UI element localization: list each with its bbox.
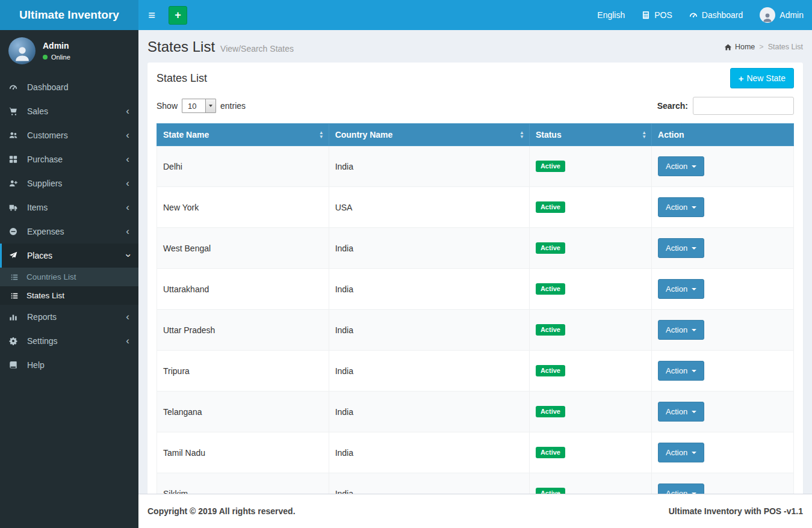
top-navbar: Ultimate Inventory ≡ + English POS Dashb… [0,0,812,30]
sort-icon: ▲ ▼ [519,130,524,139]
table-row: Uttarakhand India Active Action [157,269,794,310]
action-cell: Action [652,391,794,432]
sidebar-item-help[interactable]: Help [0,353,138,377]
country-name-cell: USA [329,187,529,228]
language-menu[interactable]: English [589,0,633,30]
status-cell: Active [529,187,651,228]
country-name-cell: India [329,351,529,391]
state-name-cell: Tamil Nadu [157,432,329,473]
truck-icon [9,203,23,212]
action-cell: Action [652,187,794,228]
new-state-label: New State [746,73,786,83]
pos-link[interactable]: POS [633,0,681,30]
country-name-cell: India [329,269,529,310]
status-badge: Active [536,201,565,213]
sidebar-item-customers[interactable]: Customers‹ [0,123,138,147]
new-state-button[interactable]: + New State [730,68,794,88]
country-name-cell: India [329,228,529,269]
action-dropdown-button[interactable]: Action [658,320,704,340]
country-name-cell: India [329,432,529,473]
sort-desc-icon: ▼ [319,135,324,139]
online-status-label: Online [51,54,70,61]
person-icon [13,45,31,64]
action-dropdown-button[interactable]: Action [658,483,704,494]
sidebar-menu: Dashboard Sales‹ Customers‹ Purchase‹ Su… [0,75,138,377]
search-input[interactable] [693,97,794,115]
sidebar-item-reports[interactable]: Reports‹ [0,305,138,329]
sidebar-item-expenses[interactable]: Expenses‹ [0,219,138,244]
column-header-status[interactable]: Status ▲ ▼ [529,124,651,146]
entries-select[interactable]: 10 [182,99,216,113]
status-badge: Active [536,242,565,254]
sidebar-item-items[interactable]: Items‹ [0,195,138,219]
status-cell: Active [529,351,651,391]
online-status-dot [43,55,48,60]
sidebar-item-dashboard[interactable]: Dashboard [0,75,138,99]
action-dropdown-button[interactable]: Action [658,361,704,381]
table-row: West Bengal India Active Action [157,228,794,269]
box-title: States List [157,72,207,85]
gauge-icon [9,83,23,91]
avatar [760,7,775,23]
gauge-icon [689,11,698,19]
brand-logo[interactable]: Ultimate Inventory [0,0,138,30]
user-label: Admin [779,10,804,20]
sidebar-item-suppliers[interactable]: Suppliers‹ [0,171,138,195]
action-cell: Action [652,473,794,494]
action-dropdown-button[interactable]: Action [658,238,704,258]
status-cell: Active [529,228,651,269]
dashboard-link[interactable]: Dashboard [681,0,752,30]
sidebar-item-sales[interactable]: Sales‹ [0,99,138,123]
sidebar-submenu: Countries List States List [0,268,138,305]
quick-add-button[interactable]: + [169,6,187,25]
breadcrumb-home-link[interactable]: Home [724,43,755,51]
list-icon [11,292,23,299]
sidebar-item-purchase[interactable]: Purchase‹ [0,147,138,171]
sidebar-item-states-list[interactable]: States List [0,286,138,305]
user-menu[interactable]: Admin [751,0,812,30]
status-cell: Active [529,473,651,494]
page-title: States List [147,38,215,55]
breadcrumb-home-label: Home [735,43,755,51]
version-text: Ultimate Inventory with POS -v1.1 [669,506,803,516]
breadcrumb-separator: > [759,43,763,51]
cogs-icon [9,337,23,345]
action-dropdown-button[interactable]: Action [658,197,704,217]
action-dropdown-button[interactable]: Action [658,279,704,299]
chevron-left-icon: ‹ [126,180,129,186]
column-header-country-name[interactable]: Country Name ▲ ▼ [329,124,529,146]
country-name-cell: India [329,473,529,494]
status-cell: Active [529,432,651,473]
status-cell: Active [529,391,651,432]
entries-select-value: 10 [182,99,205,112]
chevron-left-icon: ‹ [126,314,129,320]
table-row: Delhi India Active Action [157,146,794,187]
sort-desc-icon: ▼ [642,135,646,139]
sort-icon: ▲ ▼ [319,130,324,139]
breadcrumb: Home > States List [724,43,803,51]
status-cell: Active [529,269,651,310]
show-label: Show [157,101,178,111]
book-icon [9,361,23,369]
action-cell: Action [652,228,794,269]
sidebar-item-places[interactable]: Places‹ [0,244,138,268]
hamburger-icon: ≡ [148,8,155,22]
state-name-cell: New York [157,187,329,228]
action-dropdown-button[interactable]: Action [658,156,704,176]
state-name-cell: West Bengal [157,228,329,269]
plus-icon: + [739,74,744,83]
sidebar-toggle-button[interactable]: ≡ [138,0,165,30]
action-dropdown-button[interactable]: Action [658,443,704,462]
action-dropdown-button[interactable]: Action [658,402,704,422]
sidebar-item-settings[interactable]: Settings‹ [0,329,138,353]
table-body: Delhi India Active Action New York USA A… [157,146,794,494]
chevron-left-icon: ‹ [126,132,129,138]
content-header: States List View/Search States Home > St… [138,30,812,63]
page-subtitle: View/Search States [220,44,294,54]
sidebar-item-countries-list[interactable]: Countries List [0,268,138,286]
status-badge: Active [536,406,565,417]
navbar-right-menu: English POS Dashboard Admin [589,0,812,30]
person-icon [762,12,773,23]
avatar [8,37,36,64]
column-header-state-name[interactable]: State Name ▲ ▼ [157,124,329,146]
